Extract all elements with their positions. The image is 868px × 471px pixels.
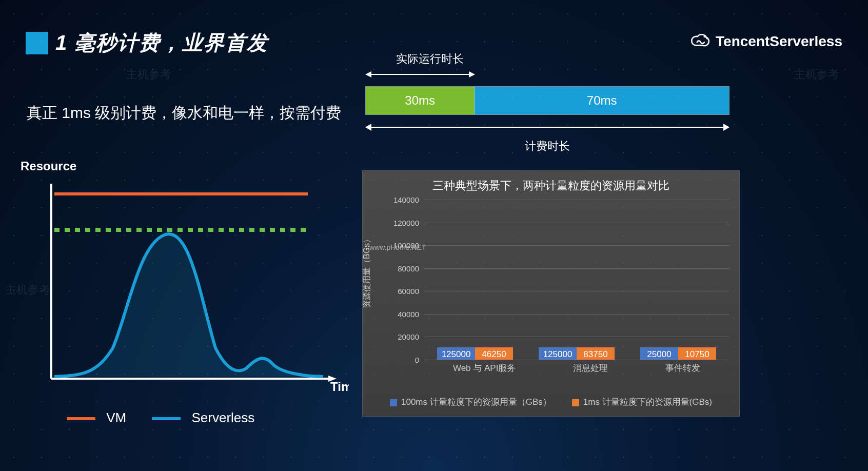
timing-arrow-top	[365, 69, 475, 79]
bar-ytick: 80000	[388, 264, 419, 272]
bar-gridline	[424, 245, 729, 246]
bar-gridline	[424, 314, 729, 315]
bar-legend-b: 1ms 计量粒度下的资源用量(GBs)	[572, 396, 712, 408]
bar-ytick: 60000	[388, 287, 419, 296]
title-bullet-square	[26, 32, 48, 54]
bar-b-2: 10750	[678, 347, 716, 360]
timing-diagram: 实际运行时长 30ms 70ms 计费时长	[365, 51, 729, 154]
svg-marker-7	[365, 124, 371, 131]
svg-marker-4	[365, 71, 371, 77]
svg-marker-8	[723, 124, 729, 131]
slide-title: 1 毫秒计费，业界首发	[55, 29, 268, 57]
legend-serverless: Serverless	[152, 410, 254, 426]
bar-group-1: 125000 83750	[533, 347, 620, 360]
bar-gridline	[424, 337, 729, 337]
bar-gridline	[424, 268, 729, 269]
timing-top-label: 实际运行时长	[396, 51, 729, 67]
bar-group-2: 25000 10750	[635, 347, 722, 360]
line-chart-ylabel: Resource	[21, 159, 349, 173]
bar-plot-area: 125000 46250 125000 83750 25000 10750 02…	[424, 200, 729, 360]
bar-cat-0: Web 与 API服务	[453, 362, 516, 374]
bar-b-0: 46250	[475, 347, 513, 360]
bar-chart-ylabel: 资源使用量（BGs）	[362, 235, 372, 308]
brand-text: TencentServerless	[716, 33, 842, 50]
timing-bottom-label: 计费时长	[365, 139, 729, 154]
bar-cat-1: 消息处理	[573, 362, 608, 374]
line-chart-xlabel: Time	[330, 380, 349, 394]
bar-gridline	[424, 360, 729, 360]
slide-subheading: 真正 1ms 级别计费，像水和电一样，按需付费	[27, 103, 341, 124]
watermark-cn: 主机参考	[126, 67, 171, 82]
bar-ytick: 0	[388, 356, 419, 364]
bar-ytick: 100000	[388, 241, 419, 250]
bar-b-1: 83750	[577, 347, 615, 360]
timing-seg-30ms: 30ms	[366, 87, 475, 114]
brand: TencentServerless	[689, 29, 842, 54]
bar-group-0: 125000 46250	[431, 347, 519, 360]
bar-ytick: 140000	[388, 195, 419, 204]
bar-chart-legend: 100ms 计量粒度下的资源用量（GBs） 1ms 计量粒度下的资源用量(GBs…	[363, 396, 739, 408]
bar-gridline	[424, 200, 729, 200]
bar-legend-a: 100ms 计量粒度下的资源用量（GBs）	[390, 396, 551, 408]
bar-category-labels: Web 与 API服务 消息处理 事件转发	[424, 362, 729, 374]
bar-ytick: 20000	[388, 332, 419, 341]
bar-gridline	[424, 223, 729, 223]
resource-time-line-chart: Resource Time VM Serverless	[21, 159, 349, 416]
bar-groups: 125000 46250 125000 83750 25000 10750	[424, 200, 729, 360]
svg-marker-5	[469, 71, 475, 77]
bar-ytick: 40000	[388, 309, 419, 318]
timing-seg-70ms: 70ms	[475, 87, 729, 114]
line-chart-svg: Time	[21, 173, 349, 394]
bar-gridline	[424, 291, 729, 291]
title-wrap: 1 毫秒计费，业界首发	[26, 29, 268, 57]
bar-a-2: 25000	[640, 347, 678, 360]
bar-chart-panel: 三种典型场景下，两种计量粒度的资源用量对比 资源使用量（BGs） 125000 …	[362, 170, 740, 417]
timing-arrow-bottom	[365, 121, 729, 133]
line-chart-legend: VM Serverless	[67, 410, 254, 426]
bar-ytick: 120000	[388, 218, 419, 227]
bar-a-1: 125000	[539, 347, 577, 360]
watermark-cn: 主机参考	[794, 67, 839, 82]
timing-bar: 30ms 70ms	[365, 86, 729, 115]
cloud-infinity-icon	[689, 29, 711, 54]
legend-vm: VM	[67, 410, 126, 426]
bar-a-0: 125000	[437, 347, 475, 360]
bar-cat-2: 事件转发	[665, 362, 700, 374]
bar-chart-title: 三种典型场景下，两种计量粒度的资源用量对比	[363, 171, 739, 195]
serverless-series-line	[54, 234, 323, 377]
